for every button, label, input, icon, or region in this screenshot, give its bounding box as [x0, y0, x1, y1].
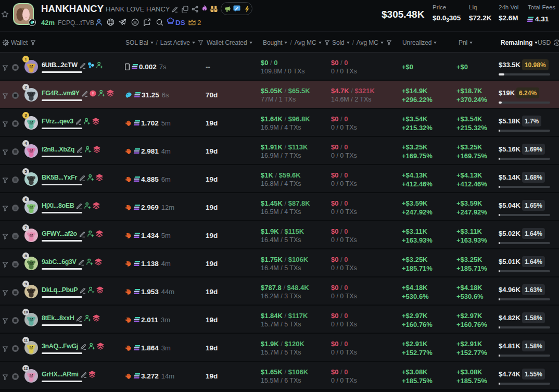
svg-text:$: $ — [556, 41, 558, 45]
